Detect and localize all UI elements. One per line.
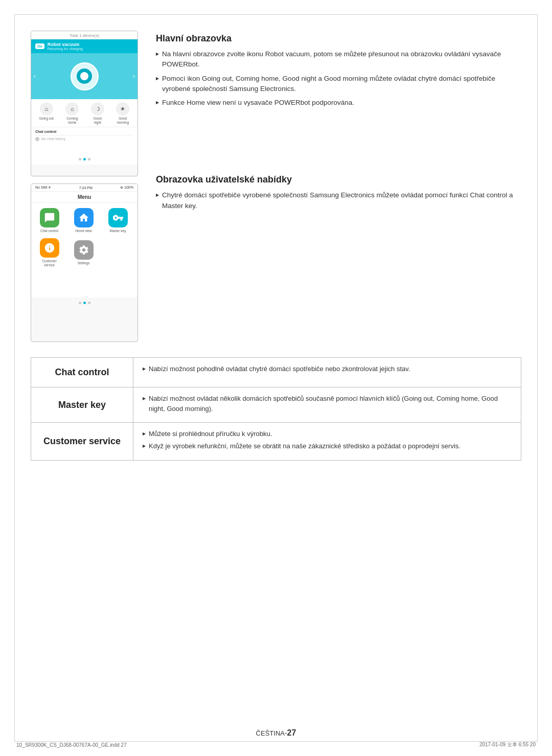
menu-chat-control[interactable]: Chat control xyxy=(35,208,63,233)
chat-control-label: Chat control xyxy=(40,229,58,233)
screen2-dots xyxy=(31,297,137,308)
section2-title: Obrazovka uživatelské nabídky xyxy=(156,174,521,185)
going-out-icon: ⌂ xyxy=(40,102,53,116)
table-left-master-key: Master key xyxy=(31,387,133,422)
screen2-header: Menu xyxy=(31,192,137,203)
robot-icon xyxy=(77,68,92,84)
chat-section: Chat control No chat history. xyxy=(31,127,137,144)
table-row-master-key: Master key Nabízí možnost ovládat několi… xyxy=(31,387,521,423)
main-content: Total 1 device(s) On Robot vacuum Return… xyxy=(31,31,521,725)
screen1-dots xyxy=(31,154,137,165)
top-section: Total 1 device(s) On Robot vacuum Return… xyxy=(31,31,521,342)
coming-home-icon: ⌂ xyxy=(65,102,79,116)
table-right-master-key: Nabízí možnost ovládat několik domácích … xyxy=(133,387,521,422)
icon-coming-home[interactable]: ⌂ Cominghome xyxy=(65,102,79,125)
customer-service-icon xyxy=(40,238,59,258)
icon-good-night[interactable]: ☽ Goodnight xyxy=(91,102,104,125)
chat-dot-icon xyxy=(35,137,39,141)
screen1-icons: ⌂ Going out ⌂ Cominghome ☽ Goodnight ☀ G… xyxy=(31,99,137,127)
icon-good-morning[interactable]: ☀ Goodmorning xyxy=(116,102,129,125)
table-row-chat-control: Chat control Nabízí možnost pohodlně ovl… xyxy=(31,358,521,387)
settings-icon xyxy=(74,240,94,260)
table-right-chat-control: Nabízí možnost pohodlně ovládat chytré d… xyxy=(133,358,521,387)
device-name: Robot vacuum xyxy=(48,42,83,47)
page-number: 27 xyxy=(287,728,296,737)
good-morning-icon: ☀ xyxy=(116,102,129,116)
dot2-3 xyxy=(88,302,90,304)
chat-control-icon xyxy=(40,208,59,227)
text-column: Hlavní obrazovka Na hlavní obrazovce zvo… xyxy=(156,31,521,342)
language-label: ČEŠTINA xyxy=(256,729,285,737)
good-night-icon: ☽ xyxy=(91,102,104,116)
features-table: Chat control Nabízí možnost pohodlně ovl… xyxy=(31,357,521,461)
section2: Obrazovka uživatelské nabídky Chytré dom… xyxy=(156,174,521,211)
good-night-label: Goodnight xyxy=(94,117,102,125)
section2-bullets: Chytré domácí spotřebiče vyrobené společ… xyxy=(156,190,521,211)
screen1-header: Total 1 device(s) xyxy=(31,31,137,39)
section2-bullet-1: Chytré domácí spotřebiče vyrobené společ… xyxy=(156,190,521,211)
robot-circle xyxy=(71,62,99,90)
master-key-label: Master key xyxy=(110,229,126,233)
going-out-label: Going out xyxy=(39,117,54,121)
icon-going-out[interactable]: ⌂ Going out xyxy=(39,102,54,125)
dot-3 xyxy=(88,158,90,161)
menu-master-key[interactable]: Master key xyxy=(104,208,132,233)
screenshots-column: Total 1 device(s) On Robot vacuum Return… xyxy=(31,31,141,342)
status-center: 7:24 PM xyxy=(79,186,93,190)
screen1-device-row: On Robot vacuum Returning for charging xyxy=(31,39,137,53)
master-key-icon xyxy=(108,208,128,227)
table-left-customer-service: Customer service xyxy=(31,423,133,460)
page-number-section: ČEŠTINA-27 xyxy=(0,728,552,738)
settings-label: Settings xyxy=(78,261,90,265)
chat-label: Chat control xyxy=(35,130,133,135)
dot-2 xyxy=(83,158,86,161)
border-left xyxy=(14,14,15,742)
section1-title: Hlavní obrazovka xyxy=(156,33,521,44)
table-right-customer-service: Můžete si prohlédnout příručku k výrobku… xyxy=(133,423,521,460)
table-left-chat-control: Chat control xyxy=(31,358,133,387)
nav-arrow-right[interactable]: › xyxy=(133,73,135,80)
section1-bullet-1: Na hlavní obrazovce zvolte ikonu Robot v… xyxy=(156,49,521,70)
phone-screen-1: Total 1 device(s) On Robot vacuum Return… xyxy=(31,31,138,176)
home-view-icon xyxy=(74,208,94,227)
robot-area: ‹ › xyxy=(31,53,137,99)
screen2-icons-grid: Chat control Home view Mas xyxy=(31,203,137,272)
dot2-2 xyxy=(83,302,86,304)
nav-arrow-left[interactable]: ‹ xyxy=(34,73,36,80)
footer-right: 2017-01-09 오후 6:55 20 xyxy=(479,741,536,748)
section1: Hlavní obrazovka Na hlavní obrazovce zvo… xyxy=(156,33,521,108)
section1-bullet-3: Funkce Home view není u vysavače POWERbo… xyxy=(156,98,521,108)
footer-left: 10_SR9300K_CS_DJ68-00767A-00_GE.indd 27 xyxy=(16,742,127,748)
footer: 10_SR9300K_CS_DJ68-00767A-00_GE.indd 27 … xyxy=(0,741,552,748)
screen2-status-bar: No SIM ✈ 7:24 PM ⊛ 100% xyxy=(31,184,137,192)
menu-customer-service[interactable]: Customerservice xyxy=(35,238,63,267)
chat-history: No chat history. xyxy=(35,137,133,141)
screen2-row-1: Chat control Home view Mas xyxy=(35,208,133,233)
status-left: No SIM ✈ xyxy=(35,186,51,190)
chat-history-text: No chat history. xyxy=(41,137,66,141)
menu-home-view[interactable]: Home view xyxy=(70,208,98,233)
border-top xyxy=(14,14,538,15)
table-row-customer-service: Customer service Můžete si prohlédnout p… xyxy=(31,423,521,460)
dot-1 xyxy=(79,158,81,161)
section1-bullets: Na hlavní obrazovce zvolte ikonu Robot v… xyxy=(156,49,521,108)
border-right xyxy=(537,14,538,742)
phone-screen-2: No SIM ✈ 7:24 PM ⊛ 100% Menu Chat contro… xyxy=(31,184,138,342)
table-bullet-chat-1: Nabízí možnost pohodlně ovládat chytré d… xyxy=(143,364,512,374)
table-bullet-customer-2: Když je výrobek nefunkční, můžete se obr… xyxy=(143,441,512,451)
home-view-label: Home view xyxy=(75,229,91,233)
coming-home-label: Cominghome xyxy=(66,117,78,125)
menu-settings[interactable]: Settings xyxy=(70,240,98,265)
good-morning-label: Goodmorning xyxy=(117,117,129,125)
device-tag: On xyxy=(35,43,44,49)
dot2-1 xyxy=(79,302,81,304)
section1-bullet-2: Pomocí ikon Going out, Coming home, Good… xyxy=(156,74,521,95)
table-bullet-customer-1: Můžete si prohlédnout příručku k výrobku… xyxy=(143,429,512,439)
customer-service-label: Customerservice xyxy=(42,259,56,267)
device-status: Returning for charging xyxy=(48,47,83,51)
screen2-row-2: Customerservice Settings xyxy=(35,238,133,267)
table-bullet-master-1: Nabízí možnost ovládat několik domácích … xyxy=(143,394,512,414)
status-right: ⊛ 100% xyxy=(120,186,133,190)
